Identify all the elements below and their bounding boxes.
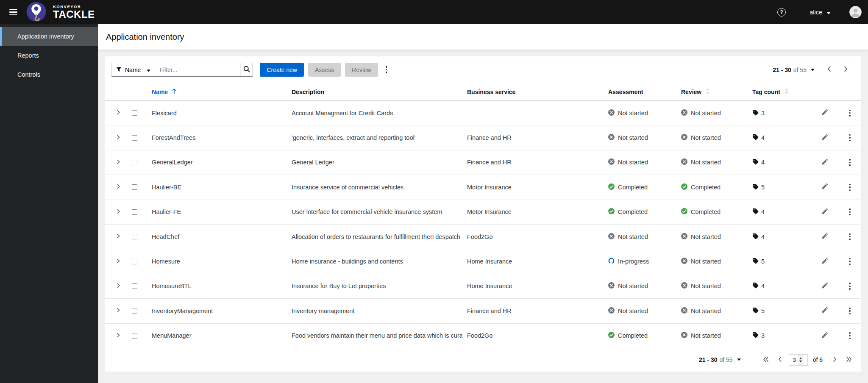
column-header-review[interactable]: Review	[681, 88, 748, 96]
row-checkbox[interactable]	[132, 184, 137, 190]
edit-button[interactable]	[819, 329, 831, 342]
review-status-icon	[681, 307, 687, 315]
row-actions-kebab-button[interactable]	[845, 255, 854, 269]
row-checkbox[interactable]	[132, 135, 137, 141]
app-name: HomesureBTL	[152, 283, 191, 289]
table-row: InventoryManagement Inventory management…	[105, 299, 861, 323]
edit-button[interactable]	[819, 280, 831, 293]
column-header-name[interactable]: Name	[152, 88, 287, 96]
row-checkbox[interactable]	[132, 333, 137, 339]
edit-button[interactable]	[819, 106, 831, 119]
pagination-menu-toggle[interactable]	[737, 358, 741, 361]
row-actions-kebab-button[interactable]	[845, 180, 854, 194]
edit-button[interactable]	[819, 131, 831, 144]
expand-row-button[interactable]	[114, 231, 123, 242]
expand-row-button[interactable]	[114, 206, 123, 218]
expand-row-button[interactable]	[114, 107, 123, 119]
next-page-button[interactable]	[830, 355, 839, 365]
angle-left-icon	[827, 66, 831, 73]
assessment-status-icon	[608, 208, 615, 216]
edit-button[interactable]	[819, 180, 831, 194]
filter-category-select[interactable]: Name	[111, 63, 155, 77]
review-status-label: Not started	[691, 159, 721, 166]
kebab-icon	[849, 159, 850, 166]
tag-count-value: 5	[761, 184, 765, 191]
expand-row-button[interactable]	[114, 280, 123, 292]
tag-count-value: 4	[761, 208, 765, 215]
expand-row-button[interactable]	[114, 305, 123, 316]
tag-count: 4	[752, 282, 815, 290]
avatar[interactable]	[849, 6, 862, 18]
assess-button[interactable]: Assess	[308, 63, 341, 77]
edit-button[interactable]	[819, 230, 831, 243]
page-stepper[interactable]	[798, 355, 804, 365]
column-header-review-label: Review	[681, 89, 701, 95]
expand-row-button[interactable]	[114, 132, 123, 144]
expand-row-button[interactable]	[114, 256, 123, 267]
prev-page-button[interactable]	[825, 64, 834, 75]
kebab-icon	[849, 308, 850, 314]
row-checkbox[interactable]	[132, 259, 137, 264]
first-page-button[interactable]	[760, 355, 771, 365]
app-description: General Ledger	[292, 159, 334, 166]
edit-button[interactable]	[819, 255, 831, 268]
row-checkbox[interactable]	[132, 160, 137, 165]
row-checkbox[interactable]	[132, 209, 137, 215]
app-name: Haulier-BE	[152, 184, 181, 191]
app-name: HeadChef	[152, 233, 179, 240]
current-page-input[interactable]: 3	[789, 354, 808, 366]
assessment-status-label: Not started	[618, 283, 648, 289]
sidebar-item-application-inventory[interactable]: Application inventory	[0, 27, 98, 46]
row-actions-kebab-button[interactable]	[845, 230, 854, 244]
edit-button[interactable]	[819, 304, 831, 317]
review-status: Not started	[681, 332, 748, 339]
row-checkbox[interactable]	[132, 234, 137, 239]
edit-button[interactable]	[819, 205, 831, 219]
table-row: Homesure Home insurance - buildings and …	[105, 249, 861, 274]
row-actions-kebab-button[interactable]	[845, 329, 854, 343]
expand-row-button[interactable]	[114, 330, 123, 341]
total-pages-label: of 6	[813, 356, 823, 363]
table-row: Flexicard Account Managment for Credit C…	[105, 101, 861, 125]
sidebar-item-reports[interactable]: Reports	[0, 46, 98, 65]
column-header-tag-count[interactable]: Tag count	[752, 88, 815, 96]
row-checkbox[interactable]	[132, 110, 137, 116]
row-checkbox[interactable]	[132, 283, 137, 289]
next-page-button[interactable]	[841, 64, 850, 75]
filter-icon	[116, 67, 122, 73]
review-status-label: Not started	[691, 110, 721, 117]
review-button[interactable]: Review	[345, 63, 378, 77]
create-new-button[interactable]: Create new	[260, 63, 304, 77]
expand-row-button[interactable]	[114, 157, 123, 168]
pagination-menu-toggle[interactable]	[811, 69, 815, 71]
app-description: Inventory management	[292, 308, 354, 314]
row-actions-kebab-button[interactable]	[845, 155, 854, 169]
toolbar-kebab-button[interactable]	[381, 63, 391, 77]
user-dropdown[interactable]: alice	[810, 9, 831, 16]
prev-page-button[interactable]	[776, 355, 785, 365]
row-actions-kebab-button[interactable]	[845, 205, 854, 219]
expand-row-button[interactable]	[114, 181, 123, 193]
search-button[interactable]	[240, 63, 252, 76]
tag-icon	[752, 134, 759, 142]
column-header-assessment: Assessment	[608, 89, 643, 95]
row-checkbox[interactable]	[132, 308, 137, 314]
review-status: Not started	[681, 158, 748, 166]
tag-count: 4	[752, 134, 815, 142]
nav-toggle-button[interactable]	[0, 0, 26, 24]
column-header-description: Description	[292, 89, 324, 95]
row-actions-kebab-button[interactable]	[845, 131, 854, 145]
sidebar-item-controls[interactable]: Controls	[0, 65, 98, 84]
row-actions-kebab-button[interactable]	[845, 106, 854, 120]
pagination-total: of 55	[720, 356, 733, 363]
last-page-button[interactable]	[843, 355, 854, 365]
help-icon[interactable]: ?	[777, 8, 786, 17]
pagination-total: of 55	[793, 67, 807, 73]
app-description: Food vendors maintain their menu and pri…	[292, 332, 462, 339]
row-actions-kebab-button[interactable]	[845, 304, 854, 318]
brand-tackle: TACKLE	[53, 9, 95, 19]
row-actions-kebab-button[interactable]	[845, 279, 854, 293]
filter-group: Name	[111, 63, 253, 77]
edit-button[interactable]	[819, 156, 831, 169]
filter-input[interactable]	[155, 63, 240, 76]
